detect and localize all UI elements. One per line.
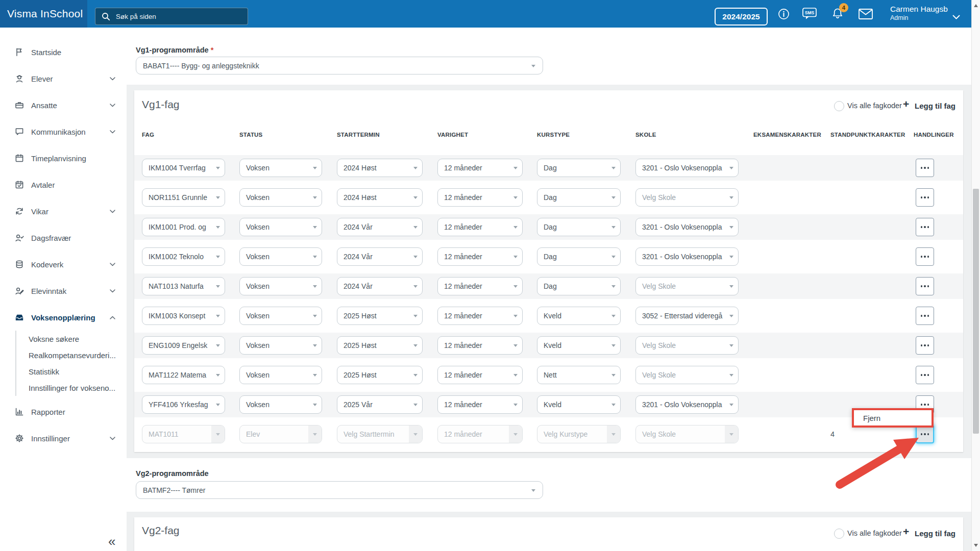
sidebar-item-kodeverk[interactable]: Kodeverk <box>0 251 127 278</box>
skole-select[interactable]: 3201 - Oslo Voksenoppla <box>635 247 739 266</box>
sidebar-collapse-button[interactable]: « <box>108 535 115 548</box>
mail-icon[interactable] <box>859 0 873 28</box>
fag-select[interactable]: IKM1001 Prod. og <box>142 218 225 236</box>
skole-select[interactable]: 3201 - Oslo Voksenoppla <box>635 218 739 236</box>
start-select[interactable]: 2024 Vår <box>337 218 423 236</box>
fag-select[interactable]: IKM1003 Konsept <box>142 307 225 325</box>
varighet-select[interactable]: 12 måneder <box>437 277 523 295</box>
status-select[interactable]: Voksen <box>239 247 322 266</box>
show-all-codes-checkbox[interactable] <box>834 101 844 111</box>
row-actions-button[interactable] <box>916 188 934 207</box>
sidebar-item-kommunikasjon[interactable]: Kommunikasjon <box>0 118 127 145</box>
row-actions-button[interactable] <box>916 307 934 325</box>
status-select[interactable]: Voksen <box>239 277 322 295</box>
scrollbar[interactable] <box>971 0 980 551</box>
show-all-codes-checkbox[interactable] <box>834 529 844 539</box>
scrollbar-thumb[interactable] <box>973 189 979 434</box>
sidebar-item-elevinntak[interactable]: Elevinntak <box>0 278 127 304</box>
kurstype-select[interactable]: Nett <box>537 366 621 384</box>
kurstype-select[interactable]: Velg Kurstype <box>537 425 621 443</box>
start-select[interactable]: 2025 Høst <box>337 336 423 355</box>
status-select[interactable]: Voksen <box>239 159 322 177</box>
status-select[interactable]: Voksen <box>239 188 322 207</box>
varighet-select[interactable]: 12 måneder <box>437 159 523 177</box>
skole-select[interactable]: 3052 - Etterstad videregå <box>635 307 739 325</box>
varighet-select[interactable]: 12 måneder <box>437 247 523 266</box>
fag-select[interactable]: MAT1122 Matema <box>142 366 225 384</box>
start-select[interactable]: 2025 Høst <box>337 307 423 325</box>
add-subject-button[interactable]: Legg til fag <box>915 529 955 538</box>
add-subject-button[interactable]: Legg til fag <box>915 102 955 110</box>
skole-select[interactable]: Velg Skole <box>635 366 739 384</box>
start-select[interactable]: 2025 Vår <box>337 395 423 414</box>
varighet-select[interactable]: 12 måneder <box>437 336 523 355</box>
year-selector-button[interactable]: 2024/2025 <box>715 8 768 26</box>
sidebar-subitem[interactable]: Realkompetansevurderi... <box>29 347 127 363</box>
varighet-select[interactable]: 12 måneder <box>437 366 523 384</box>
chevron-down-icon[interactable] <box>952 12 960 21</box>
varighet-select[interactable]: 12 måneder <box>437 188 523 207</box>
varighet-select[interactable]: 12 måneder <box>437 307 523 325</box>
search-input[interactable] <box>115 12 241 21</box>
row-actions-button[interactable] <box>916 336 934 355</box>
row-actions-button[interactable] <box>916 159 934 177</box>
sidebar-item-ansatte[interactable]: Ansatte <box>0 92 127 118</box>
app-logo[interactable]: Visma InSchool <box>7 0 83 28</box>
skole-select[interactable]: Velg Skole <box>635 425 739 443</box>
sidebar-item-elever[interactable]: Elever <box>0 65 127 92</box>
show-all-codes-label[interactable]: Vis alle fagkoder <box>847 529 902 537</box>
row-actions-button[interactable] <box>916 247 934 266</box>
row-actions-button[interactable] <box>916 277 934 295</box>
kurstype-select[interactable]: Kveld <box>537 307 621 325</box>
fag-select[interactable]: IKM1002 Teknolo <box>142 247 225 266</box>
row-actions-button[interactable] <box>916 425 934 443</box>
skole-select[interactable]: Velg Skole <box>635 336 739 355</box>
row-actions-button[interactable] <box>916 366 934 384</box>
kurstype-select[interactable]: Kveld <box>537 395 621 414</box>
varighet-select[interactable]: 12 måneder <box>437 218 523 236</box>
row-actions-button[interactable] <box>916 218 934 236</box>
status-select[interactable]: Elev <box>239 425 322 443</box>
sidebar-subitem[interactable]: Voksne søkere <box>29 331 127 347</box>
fag-select[interactable]: YFF4106 Yrkesfag <box>142 395 225 414</box>
scroll-up-icon[interactable] <box>974 4 978 7</box>
kurstype-select[interactable]: Dag <box>537 277 621 295</box>
user-menu[interactable]: Carmen Haugsb Admin <box>890 4 948 24</box>
sidebar-item-rapporter[interactable]: Rapporter <box>0 398 127 425</box>
kurstype-select[interactable]: Dag <box>537 188 621 207</box>
varighet-select[interactable]: 12 måneder <box>437 425 523 443</box>
status-select[interactable]: Voksen <box>239 395 322 414</box>
start-select[interactable]: 2024 Vår <box>337 277 423 295</box>
start-select[interactable]: 2024 Høst <box>337 159 423 177</box>
start-select[interactable]: 2024 Høst <box>337 188 423 207</box>
start-select[interactable]: Velg Starttermin <box>337 425 423 443</box>
start-select[interactable]: 2025 Høst <box>337 366 423 384</box>
skole-select[interactable]: 3201 - Oslo Voksenoppla <box>635 395 739 414</box>
vg2-program-select[interactable]: BATMF2---- Tømrer <box>136 481 543 499</box>
sidebar-item-avtaler[interactable]: Avtaler <box>0 171 127 198</box>
kurstype-select[interactable]: Dag <box>537 218 621 236</box>
sidebar-item-voksenoppl-ring[interactable]: Voksenopplæring <box>0 304 127 331</box>
varighet-select[interactable]: 12 måneder <box>437 395 523 414</box>
sidebar-item-startside[interactable]: Startside <box>0 39 127 65</box>
fag-select[interactable]: ENG1009 Engelsk <box>142 336 225 355</box>
scroll-down-icon[interactable] <box>974 544 978 547</box>
sidebar-subitem[interactable]: Statistikk <box>29 363 127 380</box>
search-box[interactable] <box>95 8 248 25</box>
status-select[interactable]: Voksen <box>239 366 322 384</box>
fag-select[interactable]: MAT1011 <box>142 425 225 443</box>
fag-select[interactable]: IKM1004 Tverrfag <box>142 159 225 177</box>
skole-select[interactable]: Velg Skole <box>635 188 739 207</box>
plus-icon[interactable]: + <box>903 525 909 538</box>
sidebar-item-vikar[interactable]: Vikar <box>0 198 127 224</box>
skole-select[interactable]: Velg Skole <box>635 277 739 295</box>
kurstype-select[interactable]: Dag <box>537 159 621 177</box>
status-select[interactable]: Voksen <box>239 218 322 236</box>
status-select[interactable]: Voksen <box>239 307 322 325</box>
sms-icon[interactable]: SMS <box>802 0 817 28</box>
kurstype-select[interactable]: Dag <box>537 247 621 266</box>
sidebar-item-timeplanvisning[interactable]: Timeplanvisning <box>0 145 127 171</box>
status-select[interactable]: Voksen <box>239 336 322 355</box>
sidebar-item-innstillinger[interactable]: Innstillinger <box>0 425 127 452</box>
info-icon[interactable] <box>778 0 790 28</box>
